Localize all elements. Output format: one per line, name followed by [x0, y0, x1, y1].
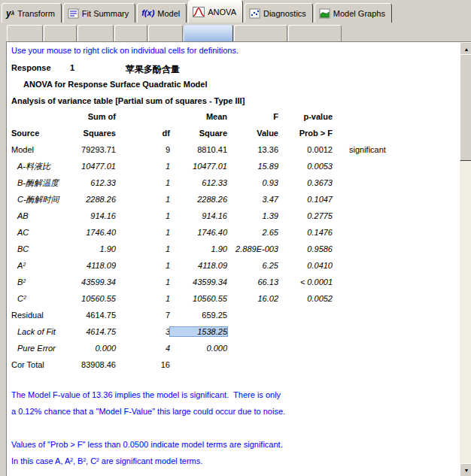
tab-fit-summary[interactable]: Fit Summary	[63, 3, 135, 23]
source-cell[interactable]: B-酶解温度	[17, 174, 59, 191]
p-value-cell[interactable]: 0.0012	[278, 145, 333, 154]
mean-square-cell[interactable]: 43599.34	[170, 277, 227, 287]
p-value-cell[interactable]: 0.2775	[278, 211, 333, 220]
report-notes: The Model F-value of 13.36 implies the m…	[7, 387, 460, 469]
report-subtab[interactable]	[44, 25, 77, 41]
df-cell[interactable]: 1	[116, 294, 170, 303]
anova-report-content: Use your mouse to right click on individ…	[7, 42, 460, 476]
mean-square-cell[interactable]: 10560.55	[170, 294, 227, 303]
right-click-hint: Use your mouse to right click on individ…	[11, 46, 460, 58]
f-value-cell[interactable]: 2.889E-003	[227, 244, 278, 253]
mean-square-cell[interactable]: 0.000	[170, 344, 227, 353]
f-value-cell[interactable]: 0.93	[227, 178, 278, 187]
f-value-cell[interactable]: 2.65	[227, 228, 278, 237]
report-subtab[interactable]	[148, 25, 183, 41]
p-value-cell[interactable]: 0.0410	[278, 261, 333, 270]
p-value-cell[interactable]: 0.0052	[278, 294, 333, 303]
df-cell[interactable]: 1	[116, 244, 170, 253]
source-cell[interactable]: C²	[17, 290, 26, 307]
df-cell[interactable]: 9	[116, 145, 170, 154]
df-cell[interactable]: 4	[116, 344, 170, 353]
mean-square-cell[interactable]: 659.25	[170, 311, 227, 320]
df-cell[interactable]: 1	[116, 261, 170, 270]
anova-report-panel: Use your mouse to right click on individ…	[6, 41, 471, 476]
df-cell[interactable]: 7	[116, 311, 170, 320]
sum-of-squares-cell[interactable]: 10560.55	[11, 294, 116, 303]
tab-transform[interactable]: yλ Transform	[2, 3, 62, 23]
df-cell[interactable]: 1	[116, 162, 170, 171]
source-cell[interactable]: AB	[17, 208, 29, 224]
f-value-cell[interactable]: 15.89	[227, 162, 278, 171]
source-cell[interactable]: BC	[17, 241, 29, 257]
df-cell[interactable]: 1	[116, 277, 170, 287]
f-value-cell[interactable]: 3.47	[227, 195, 278, 204]
p-value-cell[interactable]: < 0.0001	[278, 277, 333, 287]
sum-of-squares-cell[interactable]: 43599.34	[11, 277, 116, 287]
f-value-cell[interactable]: 6.25	[227, 261, 278, 270]
df-cell[interactable]: 1	[116, 178, 170, 187]
response-number: 1	[70, 63, 74, 72]
report-subtab-active[interactable]	[184, 25, 233, 41]
p-value-cell[interactable]: 0.9586	[278, 244, 333, 253]
header-source: Source	[11, 125, 39, 141]
mean-square-cell[interactable]: 1746.40	[170, 228, 227, 237]
tab-model-graphs[interactable]: Model Graphs	[315, 3, 392, 23]
diagnostics-scatter-icon	[249, 8, 260, 19]
df-cell[interactable]: 1	[116, 211, 170, 220]
report-subtab[interactable]	[288, 25, 342, 41]
sum-of-squares-cell[interactable]: 4118.09	[11, 261, 116, 270]
f-value-cell[interactable]: 13.36	[227, 145, 278, 154]
p-value-cell[interactable]: 0.3673	[278, 178, 333, 187]
mean-square-cell[interactable]: 612.33	[170, 178, 227, 187]
anova-table-row: BC 1.90 1 1.90 2.889E-003 0.9586	[7, 241, 460, 257]
p-value-cell[interactable]: 0.1476	[278, 228, 333, 237]
header-sum-of: Sum of	[11, 112, 116, 121]
mean-square-cell[interactable]: 914.16	[170, 211, 227, 220]
source-cell[interactable]: Model	[11, 141, 34, 158]
df-cell[interactable]: 1	[116, 228, 170, 237]
report-subtab[interactable]	[114, 25, 147, 41]
p-value-cell[interactable]: 0.1047	[278, 195, 333, 204]
tab-label: Model Graphs	[333, 9, 385, 18]
source-cell[interactable]: A²	[17, 257, 26, 274]
mean-square-cell[interactable]: 1538.25	[170, 327, 227, 336]
mean-square-cell[interactable]: 8810.41	[170, 145, 227, 154]
f-value-cell[interactable]: 66.13	[227, 277, 278, 287]
p-value-cell[interactable]: 0.0053	[278, 162, 333, 171]
report-subtab[interactable]	[77, 25, 114, 41]
tab-diagnostics[interactable]: Diagnostics	[245, 3, 313, 23]
df-cell[interactable]: 16	[116, 360, 170, 369]
source-cell[interactable]: AC	[17, 224, 29, 241]
tab-anova[interactable]: ANOVA	[188, 0, 243, 23]
mean-square-cell[interactable]: 1.90	[170, 244, 227, 253]
mean-square-cell[interactable]: 10477.01	[170, 162, 227, 171]
source-cell[interactable]: C-酶解时间	[17, 191, 59, 208]
scrollbar-thumb[interactable]	[460, 54, 471, 161]
vertical-scrollbar[interactable]: ▲ ▼	[460, 42, 471, 476]
source-cell[interactable]: Pure Error	[17, 340, 56, 356]
anova-table-row: Cor Total 83908.46 16	[7, 356, 460, 373]
source-cell[interactable]: Lack of Fit	[17, 323, 56, 340]
df-cell[interactable]: 1	[116, 195, 170, 204]
f-value-cell[interactable]: 16.02	[227, 294, 278, 303]
source-cell[interactable]: B²	[17, 274, 26, 290]
source-cell[interactable]: A-料液比	[17, 158, 50, 174]
f-value-cell[interactable]: 1.39	[227, 211, 278, 220]
anova-table: Sum of Mean F p-value Source Squares df …	[7, 108, 460, 373]
fx-icon: f(x)	[141, 9, 154, 17]
tab-label: Model	[157, 9, 180, 18]
anova-table-row: B² 43599.34 1 43599.34 66.13 < 0.0001	[7, 274, 460, 290]
mean-square-cell[interactable]: 4118.09	[170, 261, 227, 270]
source-cell[interactable]: Residual	[11, 307, 44, 323]
report-subtab-strip	[0, 23, 471, 41]
anova-curve-icon	[193, 7, 205, 17]
scroll-down-button[interactable]: ▼	[460, 463, 471, 476]
df-cell[interactable]: 3	[116, 327, 170, 336]
report-subtab[interactable]	[7, 25, 43, 41]
anova-table-row: AC 1746.40 1 1746.40 2.65 0.1476	[7, 224, 460, 241]
anova-table-row: C-酶解时间 2288.26 1 2288.26 3.47 0.1047	[7, 191, 460, 208]
report-subtab[interactable]	[234, 25, 287, 41]
mean-square-cell[interactable]: 2288.26	[170, 195, 227, 204]
tab-model[interactable]: f(x) Model	[137, 3, 187, 23]
source-cell[interactable]: Cor Total	[11, 356, 44, 373]
